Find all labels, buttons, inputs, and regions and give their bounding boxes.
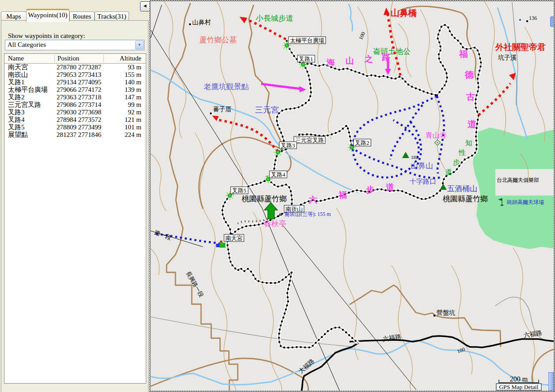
- map-canvas[interactable]: 太極平台廣場叉路1三元宮叉路叉路2叉路3叉路4叉路5南崁山南天宮 山鼻村小長城步…: [151, 1, 554, 391]
- cell-altitude: 139 m: [103, 86, 141, 94]
- waypoints-tab-page: Show waypoints in category: All Categori…: [1, 20, 148, 392]
- panel-collapse-button[interactable]: ◀: [140, 1, 150, 11]
- waypoint-label: 太極平台廣場: [290, 37, 324, 44]
- cell-name: 叉路4: [8, 116, 55, 124]
- table-row[interactable]: 叉路1279134 2774095140 m: [4, 79, 146, 86]
- arrowhead: [239, 17, 247, 23]
- tab-routes[interactable]: Routes: [69, 11, 95, 21]
- cell-altitude: 92 m: [103, 109, 141, 116]
- table-row[interactable]: 叉路2279363 2773718147 m: [4, 94, 146, 101]
- arrowhead: [384, 8, 390, 15]
- waypoint-label-box[interactable]: 太極平台廣場: [289, 37, 326, 44]
- village-dot: [189, 23, 191, 25]
- village-dot: [526, 20, 528, 22]
- waypoint-label: 三元宮叉路: [295, 137, 324, 143]
- waypoint-label-box[interactable]: 三元宮叉路: [294, 136, 325, 143]
- waypoint-table-header: Name Position Altitude: [4, 54, 146, 64]
- map-label: 之: [364, 54, 373, 64]
- map-label: 100: [456, 346, 466, 354]
- map-scroll-fragment[interactable]: [550, 16, 554, 27]
- column-separator[interactable]: [54, 55, 55, 62]
- map-label: 三元宮: [255, 106, 279, 114]
- map-label: 古: [466, 92, 475, 102]
- table-row[interactable]: 太極平台廣場279066 2774172139 m: [4, 86, 146, 94]
- cell-name: 三元宮叉路: [8, 101, 55, 109]
- map-label: 桃園縣蘆竹鄉: [443, 195, 488, 203]
- waypoint-label-box[interactable]: 叉路1: [297, 55, 315, 62]
- cell-name: 叉路1: [8, 79, 55, 86]
- table-row[interactable]: 叉路3279030 277369892 m: [4, 109, 146, 116]
- map-scroll-fragment[interactable]: [548, 372, 554, 391]
- map-border: [149, 0, 151, 392]
- table-row[interactable]: 叉路4278984 2773572121 m: [4, 116, 146, 124]
- map-label: 道: [386, 182, 394, 192]
- red-arrow-tracks[interactable]: [212, 8, 516, 151]
- blue-tracks[interactable]: [156, 96, 444, 244]
- column-header-position[interactable]: Position: [57, 54, 103, 63]
- map-label: 外社關聖帝君: [495, 42, 546, 52]
- cell-name: 南崁山: [8, 71, 55, 79]
- cell-position: 279030 2773698: [57, 109, 104, 116]
- column-header-name[interactable]: Name: [8, 54, 54, 63]
- table-row[interactable]: 南崁山279053 2773413155 m: [4, 71, 146, 79]
- map-label: 步: [453, 158, 460, 166]
- temple-icon: [435, 140, 441, 146]
- tab-waypoints[interactable]: Waypoints(10): [26, 9, 69, 22]
- map-label: 山: [346, 56, 354, 65]
- map-label: 福: [459, 49, 468, 59]
- map-label: 182: [411, 155, 418, 160]
- cell-altitude: 121 m: [103, 116, 141, 124]
- arrowhead: [509, 73, 516, 80]
- tab-maps[interactable]: Maps: [1, 11, 27, 21]
- waypoint-label-box[interactable]: 叉路4: [270, 171, 287, 178]
- map-label: 福: [338, 190, 347, 200]
- waypoint-label: 叉路2: [355, 139, 369, 146]
- cell-name: 叉路2: [8, 94, 55, 101]
- cell-position: 278809 2773499: [57, 124, 104, 131]
- cell-altitude: 140 m: [103, 79, 141, 86]
- cell-position: 279066 2774172: [57, 86, 104, 94]
- map-label: 老鷹坑觀景點: [204, 83, 249, 91]
- map-label: 六福路: [382, 333, 402, 343]
- cell-position: 279086 2773714: [57, 101, 104, 109]
- waypoint-label-box[interactable]: 叉路2: [354, 139, 371, 146]
- waypoint-label-box[interactable]: 南天宮: [224, 234, 244, 241]
- road-liufu: [350, 336, 554, 347]
- map-label: 200 m: [510, 375, 528, 383]
- map-label: 山鼻橋: [391, 8, 417, 18]
- village-dot: [433, 315, 435, 317]
- map-label: 崙頭土地公: [373, 47, 411, 56]
- map-label: 南崁山(三等): 155 m: [285, 211, 331, 217]
- table-row[interactable]: 叉路5278809 2773499101 m: [4, 124, 146, 131]
- waypoint-flag-icon[interactable]: [274, 148, 282, 157]
- map-label: 長興路一段: [185, 270, 205, 298]
- cell-position: 278780 2773287: [57, 64, 104, 71]
- waypoint-label-box[interactable]: 叉路5: [231, 187, 248, 194]
- table-row[interactable]: 展望點281237 2771846224 m: [4, 131, 146, 139]
- waypoint-label: 南天宮: [225, 235, 243, 241]
- map-label: 山鼻村: [192, 19, 211, 26]
- cell-name: 太極平台廣場: [8, 86, 55, 94]
- map-label: 統帥高爾夫球場: [507, 199, 544, 205]
- chevron-down-icon[interactable]: ▼: [135, 41, 144, 49]
- column-header-altitude[interactable]: Altitude: [105, 54, 141, 63]
- map-label: 德: [464, 70, 474, 79]
- column-separator[interactable]: [103, 55, 104, 62]
- map-label: 蘆竹鄉公墓: [199, 36, 237, 44]
- cell-altitude: 99 m: [103, 101, 141, 109]
- map-view[interactable]: 太極平台廣場叉路1三元宮叉路叉路2叉路3叉路4叉路5南崁山南天宮 山鼻村小長城步…: [149, 0, 555, 392]
- cell-position: 279134 2774095: [57, 79, 104, 86]
- table-row[interactable]: 南天宮278780 277328793 m: [4, 64, 146, 71]
- table-row[interactable]: 三元宮叉路279086 277371499 m: [4, 101, 146, 109]
- waypoint-label-box[interactable]: 叉路3: [279, 142, 297, 149]
- map-label: 山鼻山: [411, 162, 433, 170]
- map-label: 100: [357, 31, 366, 41]
- tab-tracks[interactable]: Tracks(31): [95, 11, 129, 21]
- category-dropdown[interactable]: All Categories ▼: [5, 40, 144, 50]
- map-label: 知: [465, 139, 472, 147]
- blue-dot: [519, 19, 521, 21]
- cell-altitude: 155 m: [103, 71, 141, 79]
- map-border: [149, 0, 555, 1]
- map-label: 青山寺: [426, 132, 447, 139]
- waypoint-label: 叉路3: [281, 142, 295, 149]
